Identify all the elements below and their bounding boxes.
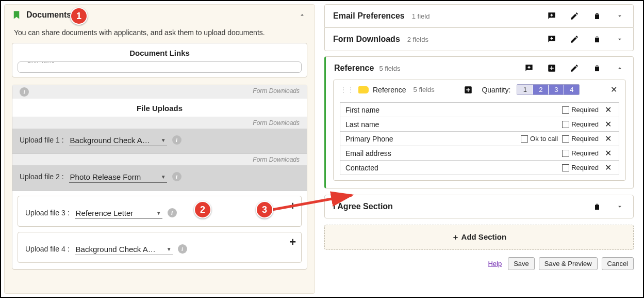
section-count: 1 field <box>412 12 430 20</box>
field-row: First name Required✕ <box>340 103 619 117</box>
edit-icon[interactable] <box>569 63 580 73</box>
field-row: Primary Phone Ok to call Required✕ <box>340 132 619 146</box>
documents-description: You can share documents with applicants,… <box>14 28 305 37</box>
delete-icon[interactable] <box>592 34 602 44</box>
remove-field-icon[interactable]: ✕ <box>603 148 614 158</box>
info-icon[interactable]: i <box>20 87 29 97</box>
edit-icon[interactable] <box>569 11 580 21</box>
save-button[interactable]: Save <box>508 257 535 270</box>
chevron-down-icon: ▼ <box>167 246 172 252</box>
field-row: Email address Required✕ <box>340 146 619 161</box>
delete-icon[interactable] <box>592 201 602 212</box>
reference-inner-title: Reference <box>373 86 406 94</box>
info-icon[interactable]: i <box>172 172 181 181</box>
add-section-button[interactable]: ＋ Add Section <box>324 225 634 250</box>
field-name: Contacted <box>345 164 558 172</box>
footer-buttons: Help Save Save & Preview Cancel <box>324 257 634 270</box>
add-comment-icon[interactable] <box>547 34 557 44</box>
required-checkbox[interactable]: Required <box>562 120 599 128</box>
quantity-option-3[interactable]: 3 <box>548 85 564 95</box>
chevron-down-icon: ▼ <box>156 210 161 216</box>
form-downloads-hint: Form Downloads <box>12 117 307 129</box>
file-uploads-title: File Uploads <box>12 99 307 117</box>
document-links-title: Document Links <box>12 43 307 61</box>
upload-select-3[interactable]: Reference Letter ▼ <box>75 207 162 219</box>
remove-field-icon[interactable]: ✕ <box>603 134 614 144</box>
info-icon[interactable]: i <box>172 135 181 145</box>
link-name-label: Link Name <box>25 61 57 64</box>
section-name: I Agree Section <box>333 202 393 211</box>
upload-grey-group: Form Downloads Upload file 1 : Backgroun… <box>12 117 307 191</box>
chevron-down-icon: ▼ <box>161 174 166 180</box>
required-checkbox[interactable]: Required <box>562 106 599 114</box>
add-upload-button[interactable]: + <box>289 199 296 213</box>
add-comment-icon[interactable] <box>547 11 557 21</box>
save-preview-button[interactable]: Save & Preview <box>539 257 598 270</box>
file-uploads-card: i Form Downloads File Uploads Form Downl… <box>12 85 307 270</box>
reference-count: 5 fields <box>379 65 400 72</box>
section-email-prefs[interactable]: Email Preferences 1 field <box>324 4 634 28</box>
field-name: Email address <box>345 149 558 158</box>
add-icon[interactable] <box>547 63 557 73</box>
quantity-option-2[interactable]: 2 <box>533 85 548 95</box>
link-name-field[interactable]: Link Name <box>18 61 302 73</box>
collapse-icon[interactable] <box>615 63 625 73</box>
info-icon[interactable]: i <box>168 208 177 217</box>
info-icon[interactable]: i <box>178 244 187 254</box>
plus-icon: ＋ <box>452 232 461 241</box>
field-name: Primary Phone <box>345 135 517 143</box>
reference-section: Reference 5 fields ⋮⋮ Reference 5 fields <box>324 56 634 189</box>
quantity-group: 1234 <box>517 84 580 95</box>
edit-icon[interactable] <box>569 34 580 44</box>
tag-icon <box>358 86 369 93</box>
upload-label: Upload file 3 : <box>25 209 70 217</box>
field-row: Contacted Required✕ <box>340 161 619 175</box>
section-i-agree[interactable]: I Agree Section <box>324 195 634 218</box>
reference-inner-card: ⋮⋮ Reference 5 fields Quantity: 1234 ✕ F… <box>333 80 626 181</box>
help-link[interactable]: Help <box>488 260 502 268</box>
section-form-downloads[interactable]: Form Downloads 2 fields <box>324 28 634 51</box>
documents-header: Documents <box>12 10 307 20</box>
upload-label: Upload file 1 : <box>20 136 64 144</box>
quantity-label: Quantity: <box>482 86 510 94</box>
section-name: Form Downloads <box>333 35 400 44</box>
chevron-down-icon: ▼ <box>161 137 166 143</box>
reference-inner-count: 5 fields <box>414 86 435 93</box>
expand-icon[interactable] <box>615 34 625 44</box>
upload-row-4: + Upload file 4 : Background Check A… ▼ … <box>18 232 302 263</box>
delete-icon[interactable] <box>592 11 602 21</box>
upload-select-2[interactable]: Photo Release Form ▼ <box>69 170 167 183</box>
remove-field-icon[interactable]: ✕ <box>603 163 614 172</box>
required-checkbox[interactable]: Required <box>562 164 599 171</box>
field-row: Last name Required✕ <box>340 117 619 132</box>
add-comment-icon[interactable] <box>524 63 534 73</box>
section-count: 2 fields <box>407 36 428 43</box>
required-checkbox[interactable]: Required <box>562 135 599 143</box>
expand-icon[interactable] <box>615 11 625 21</box>
upload-select-1[interactable]: Background Check A… ▼ <box>69 134 167 146</box>
upload-row-1: Upload file 1 : Background Check A… ▼ i <box>12 129 307 153</box>
expand-icon[interactable] <box>615 201 625 212</box>
required-checkbox[interactable]: Required <box>562 149 599 157</box>
ok-to-call-checkbox[interactable]: Ok to call <box>521 135 558 143</box>
cancel-button[interactable]: Cancel <box>602 257 634 270</box>
remove-field-icon[interactable]: ✕ <box>603 105 614 115</box>
close-icon[interactable]: ✕ <box>608 85 619 95</box>
delete-icon[interactable] <box>592 63 602 73</box>
document-links-card: Document Links Link Name <box>12 43 307 77</box>
upload-select-4[interactable]: Background Check A… ▼ <box>75 243 173 255</box>
reference-title: Reference <box>334 64 374 73</box>
field-name: First name <box>345 106 558 114</box>
reference-field-list: First name Required✕Last name Required✕P… <box>340 102 619 175</box>
quantity-option-1[interactable]: 1 <box>517 85 533 95</box>
annotation-2: 2 <box>194 201 211 218</box>
quantity-option-4[interactable]: 4 <box>564 85 579 95</box>
form-downloads-hint: Form Downloads <box>12 153 307 165</box>
add-icon[interactable] <box>463 85 473 95</box>
add-upload-button[interactable]: + <box>289 236 296 249</box>
documents-title: Documents <box>26 10 71 20</box>
collapse-icon[interactable] <box>297 10 307 20</box>
drag-icon[interactable]: ⋮⋮ <box>340 86 354 94</box>
annotation-1: 1 <box>70 7 88 25</box>
remove-field-icon[interactable]: ✕ <box>603 119 614 129</box>
